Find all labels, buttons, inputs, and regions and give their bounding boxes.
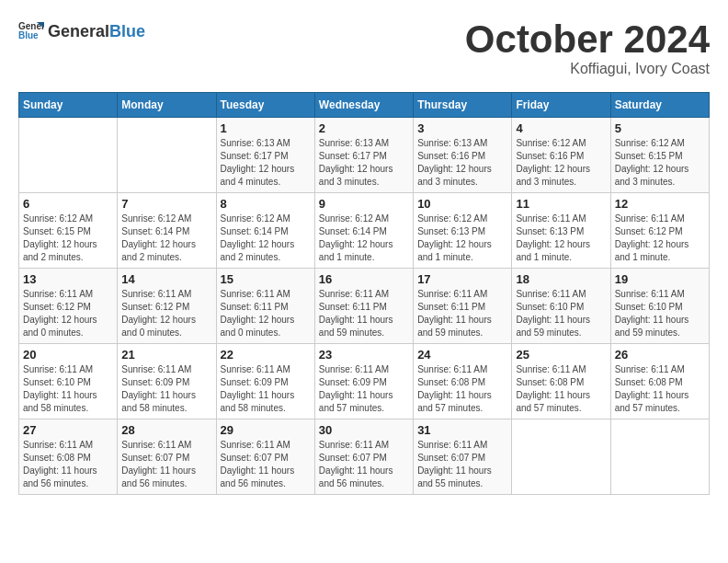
calendar-cell: 13Sunrise: 6:11 AM Sunset: 6:12 PM Dayli…: [19, 269, 118, 344]
day-detail: Sunrise: 6:12 AM Sunset: 6:14 PM Dayligh…: [319, 213, 409, 264]
day-number: 19: [615, 272, 705, 286]
calendar-cell: 15Sunrise: 6:11 AM Sunset: 6:11 PM Dayli…: [216, 269, 314, 344]
day-detail: Sunrise: 6:12 AM Sunset: 6:13 PM Dayligh…: [417, 213, 507, 264]
day-detail: Sunrise: 6:11 AM Sunset: 6:07 PM Dayligh…: [417, 439, 507, 490]
day-detail: Sunrise: 6:11 AM Sunset: 6:10 PM Dayligh…: [23, 363, 113, 415]
calendar-cell: 26Sunrise: 6:11 AM Sunset: 6:08 PM Dayli…: [610, 344, 709, 419]
calendar-cell: 31Sunrise: 6:11 AM Sunset: 6:07 PM Dayli…: [414, 419, 512, 495]
day-number: 13: [23, 272, 113, 286]
calendar-cell: 14Sunrise: 6:11 AM Sunset: 6:12 PM Dayli…: [118, 269, 216, 344]
day-detail: Sunrise: 6:11 AM Sunset: 6:11 PM Dayligh…: [417, 288, 507, 339]
day-number: 16: [319, 272, 409, 286]
day-detail: Sunrise: 6:11 AM Sunset: 6:09 PM Dayligh…: [221, 363, 311, 415]
day-detail: Sunrise: 6:11 AM Sunset: 6:12 PM Dayligh…: [23, 288, 113, 339]
day-detail: Sunrise: 6:12 AM Sunset: 6:16 PM Dayligh…: [516, 137, 606, 189]
day-number: 20: [23, 348, 113, 362]
day-number: 5: [615, 121, 705, 135]
day-number: 4: [516, 121, 606, 135]
day-number: 15: [221, 272, 311, 286]
day-number: 25: [516, 348, 606, 362]
calendar-cell: 18Sunrise: 6:11 AM Sunset: 6:10 PM Dayli…: [512, 269, 610, 344]
day-detail: Sunrise: 6:11 AM Sunset: 6:11 PM Dayligh…: [221, 288, 311, 339]
calendar-cell: 10Sunrise: 6:12 AM Sunset: 6:13 PM Dayli…: [414, 193, 512, 269]
title-area: October 2024 Koffiagui, Ivory Coast: [465, 18, 710, 77]
day-detail: Sunrise: 6:13 AM Sunset: 6:17 PM Dayligh…: [221, 137, 311, 189]
day-detail: Sunrise: 6:13 AM Sunset: 6:16 PM Dayligh…: [417, 137, 507, 189]
day-detail: Sunrise: 6:11 AM Sunset: 6:10 PM Dayligh…: [516, 288, 606, 339]
calendar-table: SundayMondayTuesdayWednesdayThursdayFrid…: [18, 92, 710, 495]
day-detail: Sunrise: 6:11 AM Sunset: 6:12 PM Dayligh…: [615, 213, 705, 264]
day-number: 14: [121, 272, 211, 286]
day-number: 17: [417, 272, 507, 286]
day-number: 24: [417, 348, 507, 362]
calendar-cell: 17Sunrise: 6:11 AM Sunset: 6:11 PM Dayli…: [414, 269, 512, 344]
calendar-cell: 29Sunrise: 6:11 AM Sunset: 6:07 PM Dayli…: [216, 419, 314, 495]
day-number: 6: [23, 197, 113, 211]
day-detail: Sunrise: 6:11 AM Sunset: 6:08 PM Dayligh…: [615, 363, 705, 415]
logo-general: General: [48, 22, 109, 40]
day-detail: Sunrise: 6:12 AM Sunset: 6:14 PM Dayligh…: [121, 213, 211, 264]
weekday-header-friday: Friday: [512, 93, 610, 118]
calendar-cell: [19, 118, 118, 193]
day-detail: Sunrise: 6:11 AM Sunset: 6:07 PM Dayligh…: [221, 439, 311, 490]
day-number: 23: [319, 348, 409, 362]
weekday-header-sunday: Sunday: [19, 93, 118, 118]
location-subtitle: Koffiagui, Ivory Coast: [465, 61, 710, 77]
weekday-header-wednesday: Wednesday: [314, 93, 413, 118]
calendar-cell: 21Sunrise: 6:11 AM Sunset: 6:09 PM Dayli…: [118, 344, 216, 419]
calendar-cell: 3Sunrise: 6:13 AM Sunset: 6:16 PM Daylig…: [414, 118, 512, 193]
day-number: 26: [615, 348, 705, 362]
calendar-cell: 16Sunrise: 6:11 AM Sunset: 6:11 PM Dayli…: [314, 269, 413, 344]
calendar-cell: 20Sunrise: 6:11 AM Sunset: 6:10 PM Dayli…: [19, 344, 118, 419]
day-detail: Sunrise: 6:11 AM Sunset: 6:07 PM Dayligh…: [319, 439, 409, 490]
weekday-header-thursday: Thursday: [414, 93, 512, 118]
day-number: 29: [221, 423, 311, 437]
calendar-cell: [118, 118, 216, 193]
day-number: 7: [121, 197, 211, 211]
calendar-cell: 5Sunrise: 6:12 AM Sunset: 6:15 PM Daylig…: [610, 118, 709, 193]
day-detail: Sunrise: 6:11 AM Sunset: 6:08 PM Dayligh…: [417, 363, 507, 415]
day-detail: Sunrise: 6:11 AM Sunset: 6:08 PM Dayligh…: [516, 363, 606, 415]
month-title: October 2024: [465, 18, 710, 61]
day-number: 8: [221, 197, 311, 211]
calendar-cell: 25Sunrise: 6:11 AM Sunset: 6:08 PM Dayli…: [512, 344, 610, 419]
day-number: 21: [121, 348, 211, 362]
calendar-cell: 6Sunrise: 6:12 AM Sunset: 6:15 PM Daylig…: [19, 193, 118, 269]
day-number: 28: [121, 423, 211, 437]
calendar-cell: 22Sunrise: 6:11 AM Sunset: 6:09 PM Dayli…: [216, 344, 314, 419]
calendar-cell: 7Sunrise: 6:12 AM Sunset: 6:14 PM Daylig…: [118, 193, 216, 269]
calendar-cell: 24Sunrise: 6:11 AM Sunset: 6:08 PM Dayli…: [414, 344, 512, 419]
weekday-header-saturday: Saturday: [610, 93, 709, 118]
day-detail: Sunrise: 6:11 AM Sunset: 6:11 PM Dayligh…: [319, 288, 409, 339]
day-detail: Sunrise: 6:11 AM Sunset: 6:09 PM Dayligh…: [319, 363, 409, 415]
day-detail: Sunrise: 6:11 AM Sunset: 6:12 PM Dayligh…: [121, 288, 211, 339]
calendar-cell: 8Sunrise: 6:12 AM Sunset: 6:14 PM Daylig…: [216, 193, 314, 269]
weekday-header-monday: Monday: [118, 93, 216, 118]
calendar-cell: 12Sunrise: 6:11 AM Sunset: 6:12 PM Dayli…: [610, 193, 709, 269]
day-number: 22: [221, 348, 311, 362]
day-number: 1: [221, 121, 311, 135]
day-detail: Sunrise: 6:11 AM Sunset: 6:13 PM Dayligh…: [516, 213, 606, 264]
day-number: 12: [615, 197, 705, 211]
day-number: 10: [417, 197, 507, 211]
calendar-cell: [512, 419, 610, 495]
day-detail: Sunrise: 6:12 AM Sunset: 6:15 PM Dayligh…: [615, 137, 705, 189]
day-number: 27: [23, 423, 113, 437]
calendar-cell: 28Sunrise: 6:11 AM Sunset: 6:07 PM Dayli…: [118, 419, 216, 495]
day-detail: Sunrise: 6:11 AM Sunset: 6:09 PM Dayligh…: [121, 363, 211, 415]
calendar-cell: 4Sunrise: 6:12 AM Sunset: 6:16 PM Daylig…: [512, 118, 610, 193]
day-number: 11: [516, 197, 606, 211]
calendar-cell: 11Sunrise: 6:11 AM Sunset: 6:13 PM Dayli…: [512, 193, 610, 269]
day-number: 18: [516, 272, 606, 286]
day-detail: Sunrise: 6:11 AM Sunset: 6:08 PM Dayligh…: [23, 439, 113, 490]
day-number: 31: [417, 423, 507, 437]
day-detail: Sunrise: 6:11 AM Sunset: 6:10 PM Dayligh…: [615, 288, 705, 339]
day-detail: Sunrise: 6:11 AM Sunset: 6:07 PM Dayligh…: [121, 439, 211, 490]
calendar-cell: [610, 419, 709, 495]
calendar-cell: 9Sunrise: 6:12 AM Sunset: 6:14 PM Daylig…: [314, 193, 413, 269]
logo: General Blue GeneralBlue: [18, 18, 145, 44]
calendar-cell: 1Sunrise: 6:13 AM Sunset: 6:17 PM Daylig…: [216, 118, 314, 193]
day-number: 2: [319, 121, 409, 135]
day-number: 30: [319, 423, 409, 437]
calendar-cell: 23Sunrise: 6:11 AM Sunset: 6:09 PM Dayli…: [314, 344, 413, 419]
